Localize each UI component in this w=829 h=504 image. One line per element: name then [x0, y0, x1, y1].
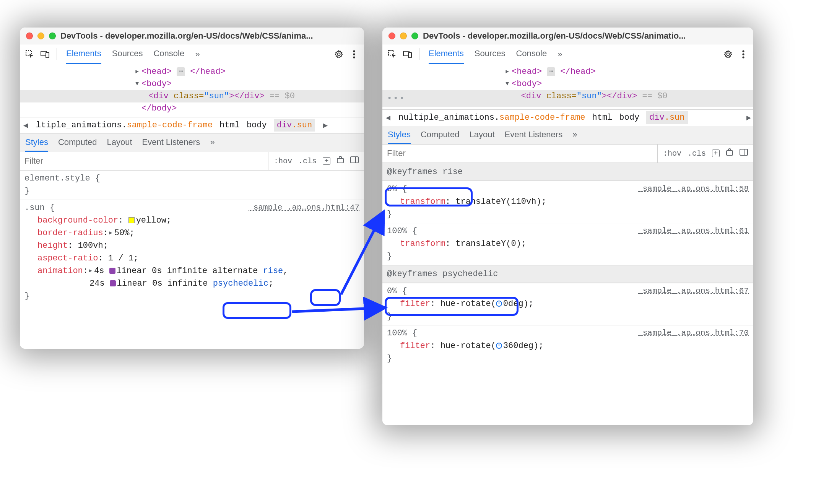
keyframes-link-psychedelic[interactable]: psychedelic [213, 279, 268, 288]
tab-sources[interactable]: Sources [112, 44, 143, 64]
head-open[interactable]: <head> [512, 67, 542, 76]
selected-row[interactable]: ••• <div class="sun"></div> == $0 [382, 90, 753, 107]
collapsed-icon[interactable]: ⋯ [547, 67, 555, 76]
tab-console[interactable]: Console [516, 44, 547, 64]
keyframe-rise-0[interactable]: _sample_.ap…ons.html:58 0% { transform: … [382, 181, 753, 223]
subtab-layout[interactable]: Layout [469, 126, 494, 144]
subtab-event-listeners[interactable]: Event Listeners [505, 126, 563, 144]
kebab-menu-icon[interactable] [348, 48, 360, 60]
rule-element-style[interactable]: element.style { } [20, 171, 364, 200]
head-open[interactable]: <head> [141, 67, 172, 76]
bezier-icon[interactable] [109, 268, 115, 274]
hov-toggle[interactable]: :hov [274, 157, 292, 166]
crumb-prev-icon[interactable]: ◀ [385, 113, 392, 122]
inspect-icon[interactable] [24, 48, 36, 60]
filter-input[interactable] [20, 152, 268, 170]
crumb-body[interactable]: body [619, 113, 639, 122]
styles-panel[interactable]: element.style { } _sample_.ap…ons.html:4… [20, 171, 364, 349]
keyframes-header-rise[interactable]: @keyframes rise [382, 163, 753, 181]
crumb-next-icon[interactable]: ▶ [695, 113, 751, 122]
crumb-divsun[interactable]: div.sun [274, 119, 315, 132]
bezier-icon[interactable] [110, 280, 116, 286]
keyframes-link-rise[interactable]: rise [263, 266, 283, 276]
rule-origin[interactable]: _sample_.ap…ons.html:47 [249, 202, 359, 214]
keyframe-selector[interactable]: 0% { [387, 184, 407, 194]
hov-toggle[interactable]: :hov [663, 149, 681, 158]
angle-icon[interactable] [496, 343, 502, 349]
prop-animation[interactable]: animation [37, 266, 83, 276]
row-actions-icon[interactable]: ••• [382, 90, 410, 107]
tab-sources[interactable]: Sources [475, 44, 506, 64]
keyframe-psy-0[interactable]: _sample_.ap…ons.html:67 0% { filter: hue… [382, 283, 753, 325]
cls-toggle[interactable]: .cls [688, 149, 706, 158]
body-open[interactable]: <body> [512, 79, 542, 89]
keyframe-selector[interactable]: 100% { [387, 328, 417, 338]
prop-aspect-ratio[interactable]: aspect-ratio [37, 254, 98, 263]
more-tabs-icon[interactable]: » [558, 49, 562, 59]
selector-sun[interactable]: .sun { [24, 203, 55, 213]
prop-background-color[interactable]: background-color [37, 216, 118, 225]
prop-height[interactable]: height [37, 241, 68, 250]
div-open[interactable]: <div [148, 91, 169, 101]
minimize-icon[interactable] [400, 33, 407, 39]
keyframe-selector[interactable]: 0% { [387, 286, 407, 296]
new-rule-icon[interactable]: + [712, 150, 720, 157]
sidebar-toggle-icon[interactable] [740, 149, 748, 158]
crumb-html[interactable]: html [219, 120, 240, 130]
origin[interactable]: _sample_.ap…ons.html:61 [638, 225, 749, 237]
cls-toggle[interactable]: .cls [298, 157, 317, 166]
origin[interactable]: _sample_.ap…ons.html:70 [638, 327, 749, 339]
tab-elements[interactable]: Elements [66, 44, 101, 64]
crumb-body[interactable]: body [247, 120, 267, 130]
crumb-next-icon[interactable]: ▶ [322, 120, 329, 130]
kebab-menu-icon[interactable] [737, 48, 749, 60]
subtab-styles[interactable]: Styles [25, 134, 48, 152]
styles-panel[interactable]: @keyframes rise _sample_.ap…ons.html:58 … [382, 163, 753, 425]
settings-icon[interactable] [722, 48, 734, 60]
keyframe-rise-100[interactable]: _sample_.ap…ons.html:61 100% { transform… [382, 223, 753, 265]
subtab-more-icon[interactable]: » [572, 126, 577, 144]
close-icon[interactable] [388, 33, 395, 39]
angle-icon[interactable] [496, 301, 502, 307]
prop-filter[interactable]: filter [400, 299, 430, 309]
crumb-frame[interactable]: ltiple_animations.sample-code-frame [36, 120, 213, 130]
origin[interactable]: _sample_.ap…ons.html:58 [638, 183, 749, 195]
subtab-computed[interactable]: Computed [421, 126, 460, 144]
selector-element-style[interactable]: element.style { [24, 174, 100, 183]
tab-elements[interactable]: Elements [429, 44, 464, 64]
prop-filter[interactable]: filter [400, 341, 430, 351]
device-mode-icon[interactable] [401, 48, 414, 60]
elements-tree[interactable]: ▸<head> ⋯ </head> ▾<body> <div class="su… [20, 64, 364, 117]
color-swatch-icon[interactable] [128, 217, 135, 223]
inspect-icon[interactable] [386, 48, 398, 60]
rendering-icon[interactable] [336, 156, 344, 166]
crumb-html[interactable]: html [592, 113, 612, 122]
subtab-styles[interactable]: Styles [388, 126, 411, 144]
settings-icon[interactable] [333, 48, 345, 60]
minimize-icon[interactable] [37, 33, 44, 39]
crumb-prev-icon[interactable]: ◀ [22, 120, 29, 130]
device-mode-icon[interactable] [39, 48, 51, 60]
collapsed-icon[interactable]: ⋯ [177, 67, 185, 76]
subtab-more-icon[interactable]: » [210, 134, 215, 152]
prop-border-radius[interactable]: border-radius [37, 228, 103, 238]
subtab-computed[interactable]: Computed [58, 134, 97, 152]
close-icon[interactable] [26, 33, 33, 39]
rule-sun[interactable]: _sample_.ap…ons.html:47 .sun { backgroun… [20, 200, 364, 305]
filter-input[interactable] [382, 145, 657, 163]
crumb-frame[interactable]: nultiple_animations.sample-code-frame [398, 113, 585, 122]
keyframe-psy-100[interactable]: _sample_.ap…ons.html:70 100% { filter: h… [382, 325, 753, 367]
keyframes-header-psychedelic[interactable]: @keyframes psychedelic [382, 265, 753, 283]
elements-tree[interactable]: ▸<head> ⋯ </head> ▾<body> ••• <div class… [382, 64, 753, 109]
keyframe-selector[interactable]: 100% { [387, 226, 417, 236]
sidebar-toggle-icon[interactable] [350, 156, 359, 166]
maximize-icon[interactable] [49, 33, 56, 39]
body-open[interactable]: <body> [141, 79, 172, 89]
prop-transform[interactable]: transform [400, 239, 445, 249]
origin[interactable]: _sample_.ap…ons.html:67 [638, 285, 749, 297]
subtab-layout[interactable]: Layout [107, 134, 132, 152]
crumb-divsun[interactable]: div.sun [646, 111, 688, 124]
subtab-event-listeners[interactable]: Event Listeners [142, 134, 200, 152]
tab-console[interactable]: Console [153, 44, 184, 64]
prop-transform[interactable]: transform [400, 197, 445, 206]
